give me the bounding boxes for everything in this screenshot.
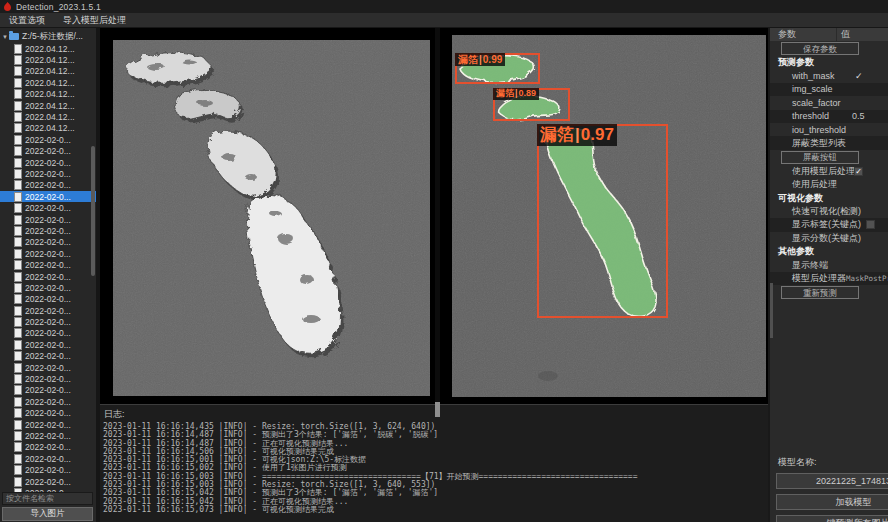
param-row[interactable]: iou_threshold [770, 123, 888, 136]
tree-item-label: 2022-02-0... [25, 477, 71, 487]
tree-item[interactable]: 2022-02-0... [0, 225, 96, 236]
tree-item[interactable]: 2022-02-0... [0, 202, 96, 213]
tree-items: 2022.04.12...2022.04.12...2022.04.12...2… [0, 43, 96, 492]
param-row[interactable]: 屏蔽类型列表 [770, 136, 888, 149]
param-row[interactable]: threshold0.5 [770, 110, 888, 123]
param-row[interactable]: 使用后处理 [770, 178, 888, 191]
detection-class: 漏箔 [458, 54, 478, 65]
param-button[interactable]: 重新预测 [781, 286, 859, 299]
check-mark-icon: ✓ [855, 71, 863, 81]
file-icon [14, 431, 22, 441]
tree-item[interactable]: 2022-02-0... [0, 328, 96, 339]
tree-item[interactable]: 2022-02-0... [0, 248, 96, 259]
app-icon [3, 2, 12, 11]
tree-item[interactable]: 2022-02-0... [0, 464, 96, 475]
tree-item[interactable]: 2022-02-0... [0, 442, 96, 453]
tree-item[interactable]: 2022-02-0... [0, 214, 96, 225]
tree-item[interactable]: 2022-02-0... [0, 339, 96, 350]
tree-item[interactable]: 2022.04.12... [0, 43, 96, 54]
panel-scrollbar[interactable] [770, 283, 773, 338]
file-icon [14, 237, 22, 247]
tree-item[interactable]: 2022.04.12... [0, 100, 96, 111]
tree-item[interactable]: 2022-02-0... [0, 476, 96, 487]
tree-item[interactable]: 2022-02-0... [0, 282, 96, 293]
checkbox-unchecked[interactable] [866, 220, 875, 229]
tree-item[interactable]: 2022-02-0... [0, 146, 96, 157]
tree-scrollbar[interactable] [91, 146, 95, 276]
file-icon [14, 169, 22, 179]
param-row[interactable]: 使用模型后处理✓ [770, 165, 888, 178]
tree-item[interactable]: 2022-02-0... [0, 259, 96, 270]
tree-item[interactable]: 2022.04.12... [0, 54, 96, 65]
model-section: 模型名称: 20221225_174813 加载模型 一键预测所有图片 速度:0… [770, 448, 888, 522]
tree-item[interactable]: 2022-02-0... [0, 305, 96, 316]
predict-all-button[interactable]: 一键预测所有图片 [776, 515, 888, 522]
detection-score: 0.97 [581, 125, 614, 144]
tree-item[interactable]: 2022-02-0... [0, 271, 96, 282]
tree-item[interactable]: 2022-02-0... [0, 237, 96, 248]
tree-item[interactable]: 2022-02-0... [0, 408, 96, 419]
param-row[interactable]: 显示分数(关键点) [770, 232, 888, 245]
file-icon [14, 408, 22, 418]
tree-item[interactable]: 2022-02-0... [0, 396, 96, 407]
detection-label: 漏箔|0.99 [455, 53, 505, 66]
param-row[interactable]: with_mask✓ [770, 69, 888, 82]
tree-item[interactable]: 2022-02-0... [0, 316, 96, 327]
param-row[interactable]: 显示终端 [770, 258, 888, 271]
tree-root[interactable]: ▼ Z:/5-标注数据/... [0, 30, 96, 43]
splitter-handle[interactable] [435, 402, 440, 417]
file-icon [14, 146, 22, 156]
search-input[interactable] [2, 492, 93, 505]
tree-item[interactable]: 2022.04.12... [0, 77, 96, 88]
param-row[interactable]: 快速可视化(检测) [770, 205, 888, 218]
param-row[interactable]: scale_factor [770, 96, 888, 109]
tree-item-label: 2022-02-0... [25, 385, 71, 395]
import-image-button[interactable]: 导入图片 [2, 507, 93, 521]
chevron-down-icon[interactable]: ▼ [0, 34, 9, 40]
file-tree: ▼ Z:/5-标注数据/... 2022.04.12...2022.04.12.… [0, 30, 96, 492]
detection-score: 0.99 [483, 54, 502, 65]
tree-item[interactable]: 2022-02-0... [0, 191, 96, 202]
tree-item-label: 2022.04.12... [25, 78, 75, 88]
tree-item[interactable]: 2022-02-0... [0, 157, 96, 168]
tree-item[interactable]: 2022-02-0... [0, 351, 96, 362]
tree-item[interactable]: 2022.04.12... [0, 89, 96, 100]
label-score-separator: | [574, 125, 581, 144]
param-label: with_mask [792, 71, 835, 81]
tree-item-label: 2022.04.12... [25, 123, 75, 133]
tree-item[interactable]: 2022-02-0... [0, 168, 96, 179]
tree-item[interactable]: 2022-02-0... [0, 430, 96, 441]
param-row[interactable]: 模型后处理器MaskPostPro [770, 272, 888, 285]
param-button[interactable]: 保存参数 [781, 42, 859, 55]
tree-item[interactable]: 2022-02-0... [0, 419, 96, 430]
app-window: Detection_2023.1.5.1 设置选项导入模型后处理 ▼ Z:/5-… [0, 0, 888, 522]
tree-item-label: 2022-02-0... [25, 192, 71, 202]
tree-item[interactable]: 2022.04.12... [0, 123, 96, 134]
tree-item[interactable]: 2022.04.12... [0, 111, 96, 122]
file-icon [14, 226, 22, 236]
tree-item[interactable]: 2022-02-0... [0, 180, 96, 191]
tree-item-label: 2022-02-0... [25, 226, 71, 236]
file-icon [14, 44, 22, 54]
tree-item-label: 2022-02-0... [25, 169, 71, 179]
file-icon [14, 477, 22, 487]
param-button[interactable]: 屏蔽按钮 [781, 151, 859, 164]
model-name-button[interactable]: 20221225_174813 [776, 473, 888, 489]
menu-item-1[interactable]: 导入模型后处理 [54, 14, 135, 27]
file-icon [14, 454, 22, 464]
tree-item[interactable]: 2022-02-0... [0, 385, 96, 396]
tree-item[interactable]: 2022-02-0... [0, 362, 96, 373]
tree-item[interactable]: 2022-02-0... [0, 373, 96, 384]
param-value: 0.5 [852, 111, 865, 121]
tree-item[interactable]: 2022-02-0... [0, 294, 96, 305]
param-row[interactable]: 显示标签(关键点) [770, 218, 888, 231]
tree-item[interactable]: 2022-02-0... [0, 134, 96, 145]
tree-item[interactable]: 2022.04.12... [0, 66, 96, 77]
load-model-button[interactable]: 加载模型 [776, 494, 888, 510]
tree-item-label: 2022-02-0... [25, 146, 71, 156]
tree-item[interactable]: 2022-02-0... [0, 453, 96, 464]
param-row[interactable]: img_scale [770, 83, 888, 96]
checkbox-checked[interactable]: ✓ [854, 167, 863, 176]
menu-item-0[interactable]: 设置选项 [0, 14, 54, 27]
file-icon [14, 192, 22, 202]
